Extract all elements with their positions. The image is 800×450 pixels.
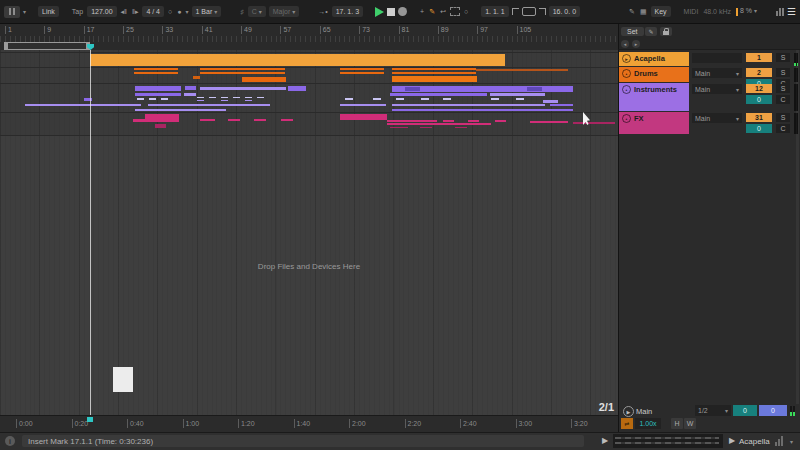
tempo-field[interactable]: 127.00 [87,6,116,17]
control-surface-chevron-icon[interactable]: ▾ [23,8,26,15]
track-color-block[interactable]: • Instruments [619,83,689,111]
clip[interactable] [185,86,196,90]
metronome-chevron-icon[interactable]: ▾ [185,8,188,15]
session-record-icon[interactable]: ○ [463,6,469,17]
clip[interactable] [443,98,451,100]
pan-field[interactable]: 0 [746,95,772,104]
track-color-block[interactable]: • FX [619,112,689,134]
preview-volume-chevron-icon[interactable]: ▾ [790,438,793,445]
clip[interactable] [340,117,387,120]
capture-midi-icon[interactable] [450,7,460,16]
clip[interactable] [200,119,215,122]
clip[interactable] [281,119,293,122]
automation-arm-icon[interactable]: ✎ [428,6,436,18]
clip[interactable] [134,72,178,74]
scale-root-menu[interactable]: C ▾ [248,6,266,17]
group-fold-icon[interactable]: ▸ [622,54,631,63]
main-track-name[interactable]: Main [636,407,652,416]
clip[interactable] [200,72,285,74]
follow-icon[interactable]: →• [317,6,328,17]
clip[interactable] [405,87,420,91]
clip[interactable] [135,93,181,96]
pan-center-button[interactable]: C [776,124,790,133]
clip[interactable] [516,98,524,100]
clip[interactable] [491,98,499,100]
clip[interactable] [468,120,479,122]
main-play-icon[interactable]: ▶ [623,406,634,417]
scale-mode-menu[interactable]: Major ▾ [269,6,299,17]
clip[interactable] [392,72,476,74]
quantization-menu[interactable]: 1 Bar ▾ [192,6,222,17]
clip[interactable] [221,97,228,99]
clip[interactable] [396,98,404,100]
scale-icon[interactable]: ♯ [239,6,245,17]
clip[interactable] [25,104,141,106]
grid-value-menu[interactable]: 1/2▾ [695,405,731,416]
tap-tempo-button[interactable]: Tap [71,6,84,17]
set-locator-button[interactable]: Set [621,27,644,36]
lock-envelopes-icon[interactable] [660,27,672,36]
solo-button[interactable]: S [776,53,790,62]
width-button[interactable]: W [684,418,696,429]
clip[interactable] [245,97,252,99]
preview-play-icon[interactable]: ▶ [602,436,608,445]
clip[interactable] [257,97,264,99]
clip[interactable] [392,68,476,70]
clip[interactable] [476,69,568,71]
main-volume-field[interactable]: 0 [759,405,787,416]
clip[interactable] [149,98,156,100]
track-icon[interactable]: • [622,114,631,123]
clip[interactable] [148,104,270,106]
clip[interactable] [390,93,487,97]
clip[interactable] [443,120,454,122]
clip[interactable] [161,98,168,100]
clip[interactable] [254,119,266,122]
arrangement-record-button[interactable] [398,7,407,16]
nudge-down-button[interactable]: ◂‖ [120,6,128,18]
clip[interactable] [90,54,505,67]
track-header-drums[interactable]: • Drums Main▾ 2 S 0 C [619,67,800,83]
midi-overdub-icon[interactable]: + [419,6,425,17]
main-pan-field[interactable]: 0 [733,405,757,416]
menu-icon[interactable]: ☰ [787,6,796,17]
output-routing-box[interactable]: Main▾ [692,68,742,78]
audition-clip-name[interactable]: Acapella [739,437,770,446]
volume-field[interactable]: 12 [746,84,772,93]
loop-start-field[interactable]: 1. 1. 1 [481,6,509,17]
draw-automation-icon[interactable]: ✎ [645,27,657,36]
clip[interactable] [221,100,228,102]
clip[interactable] [392,104,545,106]
clip-play-icon[interactable]: ▶ [729,436,735,445]
clip[interactable] [184,93,196,96]
clip[interactable] [392,109,573,111]
clip[interactable] [200,87,286,91]
clip[interactable] [135,109,226,111]
track-color-block[interactable]: • Drums [619,67,689,82]
clip[interactable] [197,97,204,99]
tempo-multiplier-field[interactable]: 1.00x [635,418,661,429]
loop-switch-icon[interactable] [522,7,536,16]
output-routing-box[interactable]: Main▾ [692,113,742,123]
reenable-automation-icon[interactable]: ↩ [439,6,447,18]
metronome-icon[interactable]: ● [176,6,182,17]
key-map-button[interactable]: Key [651,6,671,17]
clip[interactable] [345,98,353,100]
clip[interactable] [490,93,545,96]
clip[interactable] [390,127,408,129]
loop-brace[interactable] [4,42,90,50]
punch-out-icon[interactable] [539,8,546,15]
time-ruler[interactable]: 0:000:200:401:001:201:402:002:202:403:00… [0,415,618,433]
previous-locator-icon[interactable]: ◂ [621,40,629,48]
nudge-up-button[interactable]: ‖▸ [131,6,139,18]
draw-mode-icon[interactable]: ✎ [628,6,636,18]
clip[interactable] [550,104,573,107]
output-routing-box[interactable]: Main▾ [692,84,742,94]
volume-field[interactable]: 2 [746,68,772,77]
clip[interactable] [242,77,286,82]
play-button[interactable] [375,7,384,17]
clip[interactable] [543,100,558,103]
clip[interactable] [420,127,432,129]
clip[interactable] [233,97,240,99]
link-button[interactable]: Link [38,6,59,17]
clip[interactable] [495,120,506,122]
